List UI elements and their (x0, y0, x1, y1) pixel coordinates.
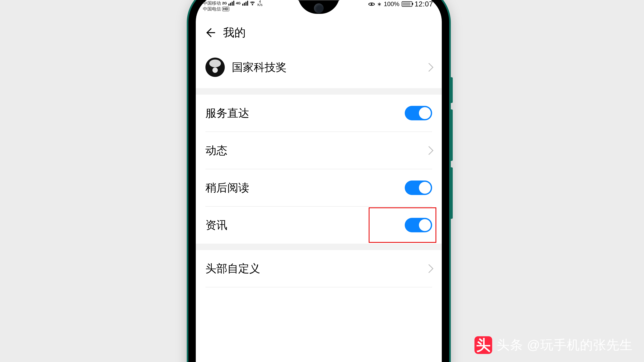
toggle-service-direct[interactable] (405, 106, 432, 120)
section-gap (196, 244, 442, 250)
toggle-news[interactable] (405, 218, 432, 232)
eye-comfort-icon (368, 1, 375, 6)
profile-row[interactable]: 国家科技奖 (196, 46, 442, 88)
setting-label: 服务直达 (206, 106, 405, 120)
bluetooth-icon: ∗ (377, 1, 382, 7)
signal-bars-1 (228, 1, 234, 6)
chevron-right-icon (424, 264, 434, 273)
volume-down-button (450, 167, 453, 219)
app-header: 我的 (196, 19, 442, 46)
setting-label: 动态 (206, 143, 426, 158)
wifi-icon (250, 1, 255, 6)
hd-badge: HD (222, 7, 229, 11)
watermark-prefix: 头条 (497, 338, 523, 352)
earpiece (298, 0, 340, 1)
setting-label: 资讯 (206, 218, 405, 233)
net-speed-unit: K/s (258, 3, 262, 6)
screen: 中国移动 2G 4G 4 K/s 中国电信 HD (196, 0, 442, 362)
setting-label: 稍后阅读 (206, 181, 405, 195)
divider (206, 287, 432, 287)
battery-icon (402, 1, 412, 7)
watermark-logo: 头 (474, 336, 492, 354)
clock: 12:07 (414, 0, 433, 8)
setting-header-customize[interactable]: 头部自定义 (196, 250, 442, 287)
profile-name: 国家科技奖 (232, 60, 426, 75)
phone-frame: 中国移动 2G 4G 4 K/s 中国电信 HD (188, 0, 449, 362)
setting-service-direct[interactable]: 服务直达 (196, 95, 442, 132)
avatar (206, 58, 225, 77)
watermark: 头 头条 @玩手机的张先生 (474, 336, 633, 354)
watermark-author: @玩手机的张先生 (527, 338, 633, 352)
watermark-text: 头条 @玩手机的张先生 (497, 337, 633, 354)
chevron-right-icon (424, 146, 434, 155)
back-button[interactable] (206, 28, 215, 37)
page-title: 我的 (223, 25, 246, 40)
setting-news[interactable]: 资讯 (196, 207, 442, 244)
carrier-1: 中国移动 (203, 1, 221, 5)
battery-percent: 100% (384, 1, 400, 7)
volume-up-button (450, 109, 453, 161)
network-type-2: 4G (236, 1, 240, 5)
setting-read-later[interactable]: 稍后阅读 (196, 169, 442, 206)
signal-bars-2 (242, 1, 248, 6)
chevron-right-icon (424, 63, 434, 72)
carrier-2: 中国电信 (203, 7, 221, 11)
power-button (450, 77, 453, 103)
setting-moments[interactable]: 动态 (196, 132, 442, 169)
toggle-read-later[interactable] (405, 181, 432, 195)
net-speed: 4 K/s (258, 0, 262, 6)
setting-label: 头部自定义 (206, 261, 426, 276)
network-type-1: 2G (222, 1, 227, 5)
section-gap (196, 88, 442, 95)
